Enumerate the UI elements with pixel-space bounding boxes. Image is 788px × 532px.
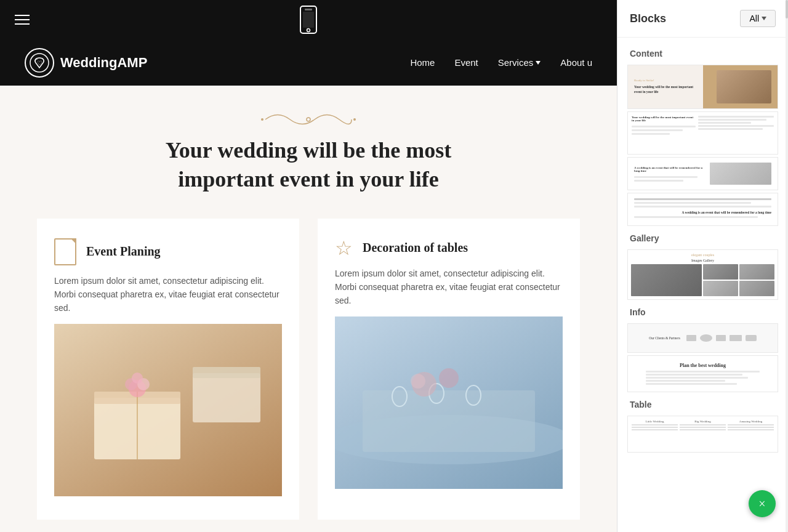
table-section-label: Table [617,395,788,413]
block-thumb-simple[interactable]: A wedding is an event that will be remem… [627,157,778,190]
svg-point-26 [439,368,459,388]
chevron-down-icon [762,17,766,20]
content-section-label: Content [617,44,788,62]
hero-title: Your wedding will be the most important … [118,136,499,194]
hero-section: Your wedding will be the most important … [0,86,617,206]
hamburger-menu[interactable] [15,15,30,25]
nav-item-home[interactable]: Home [410,57,435,68]
service-title-2: Decoration of tables [363,241,468,255]
logo[interactable]: ♡ WeddingAMP [25,48,147,78]
block-thumb-info-logos[interactable]: Our Clients & Partners [627,323,778,353]
service-image-1 [54,324,282,496]
service-card-event-planning: Event Planing Lorem ipsum dolor sit amet… [37,219,299,520]
gallery-section-label: Gallery [617,228,788,247]
nav-item-services[interactable]: Services [498,57,541,68]
scrollbar-thumb [786,0,788,18]
service-desc-1: Lorem ipsum dolor sit amet, consectetur … [54,274,282,315]
services-grid: Event Planing Lorem ipsum dolor sit amet… [0,206,617,532]
blocks-title: Blocks [630,12,666,25]
svg-point-2 [307,29,310,32]
side-panel-header: Blocks All [617,0,788,38]
all-filter-button[interactable]: All [740,10,776,27]
top-bar [0,0,617,39]
star-icon: ☆ [335,238,353,258]
service-header-2: ☆ Decoration of tables [335,238,563,258]
blocks-panel-content[interactable]: Content Ready to Strike! Your wedding wi… [617,38,788,532]
logo-text: WeddingAMP [60,55,147,71]
block-thumb-table-pricing[interactable]: Little Wedding Big Wedding Amazing Weddi… [627,416,778,453]
svg-rect-14 [193,367,260,378]
block-thumb-gallery[interactable]: elegant couples Images Gallery [627,249,778,300]
svg-point-8 [307,118,310,121]
service-card-decoration: ☆ Decoration of tables Lorem ipsum dolor… [318,219,580,520]
service-title-1: Event Planing [86,244,161,259]
info-section-label: Info [617,302,788,321]
block-thumb-hero[interactable]: Ready to Strike! Your wedding will be th… [627,65,778,109]
svg-rect-13 [193,373,260,422]
chevron-down-icon [536,61,541,65]
svg-rect-1 [305,9,312,10]
service-header-1: Event Planing [54,238,282,265]
main-area: ♡ WeddingAMP Home Event Services About u… [0,0,617,532]
nav-item-event[interactable]: Event [454,57,478,68]
side-panel: Blocks All Content Ready to Strike! Your… [617,0,788,532]
svg-text:♡: ♡ [37,60,42,66]
scrollbar-track [786,0,788,532]
ornament-icon [259,110,358,129]
svg-point-6 [261,118,263,121]
svg-rect-3 [303,12,314,28]
service-desc-2: Lorem ipsum dolor sit amet, consectetur … [335,267,563,308]
logo-icon: ♡ [25,48,54,78]
svg-point-27 [411,374,425,389]
nav-bar: ♡ WeddingAMP Home Event Services About u [0,39,617,86]
block-thumb-info-plan[interactable]: Plan the best wedding [627,355,778,392]
close-button[interactable]: × [749,490,776,517]
file-icon [54,238,76,265]
svg-point-7 [353,118,356,121]
block-thumb-two-col[interactable]: Your wedding will be the most important … [627,111,778,155]
svg-point-18 [132,373,143,384]
mobile-preview-icon[interactable] [300,6,317,34]
svg-rect-21 [363,390,535,452]
nav-links: Home Event Services About u [410,57,592,68]
service-image-2 [335,316,563,489]
nav-item-about[interactable]: About u [560,57,592,68]
block-thumb-text-only[interactable]: A wedding is an event that will be remem… [627,193,778,226]
